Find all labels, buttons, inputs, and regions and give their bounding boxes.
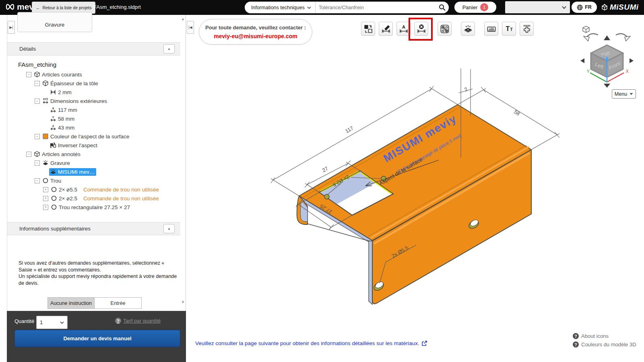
- rotate-left-step-arrow[interactable]: [580, 58, 584, 63]
- misumi-logo: MiSUMi: [601, 3, 639, 12]
- cube-home-icon[interactable]: [583, 26, 589, 33]
- tree-expand-toggle[interactable]: +: [43, 205, 48, 210]
- tab-gravure[interactable]: Gravure: [17, 12, 92, 32]
- tree-item-label: FAsm_etching: [18, 61, 56, 68]
- tree-item[interactable]: MISUMI mev…: [49, 168, 96, 176]
- tree-row: +Trou rectangulaire 27.25 × 27: [7, 203, 178, 212]
- edit-dimension-button[interactable]: [379, 22, 393, 36]
- axis-x-label: X: [626, 69, 629, 74]
- rotate-left-icon[interactable]: [584, 34, 598, 41]
- tree-item[interactable]: Épaisseur de la tôle: [41, 80, 99, 87]
- svg-text:T: T: [510, 27, 512, 32]
- rotate-right-icon[interactable]: [616, 34, 630, 41]
- details-title: Détails: [19, 46, 36, 52]
- view-cube-widget[interactable]: Top Left Front Y X Z: [563, 20, 639, 101]
- tilt-down-arrow[interactable]: [604, 84, 610, 88]
- account-dropdown[interactable]: [505, 1, 570, 13]
- tree-collapse-toggle[interactable]: −: [26, 72, 31, 77]
- cube-icon: [33, 71, 41, 78]
- search-input[interactable]: [316, 5, 435, 10]
- view-menu-button[interactable]: Menu: [612, 89, 636, 99]
- tree-expand-toggle[interactable]: +: [43, 187, 48, 192]
- price-link-label: Tarif par quantité: [123, 318, 161, 324]
- price-by-quantity-link[interactable]: ? Tarif par quantité: [115, 318, 161, 324]
- tree-item[interactable]: Inverser l'aspect: [49, 142, 99, 149]
- etch-icon: [50, 169, 57, 175]
- panel-collapse-button[interactable]: |◀: [187, 21, 194, 34]
- svg-text:6VIEWS: 6VIEWS: [523, 25, 530, 27]
- tree-item[interactable]: Trou: [41, 177, 62, 185]
- language-button[interactable]: FR: [572, 2, 597, 13]
- contact-email-link[interactable]: meviy-eu@misumi-europe.com: [199, 33, 312, 39]
- tree-item[interactable]: X117 mm: [49, 106, 78, 114]
- tree-item[interactable]: 2 mm: [49, 88, 73, 96]
- axis-y-label: Y: [587, 69, 590, 74]
- cart-button[interactable]: Panier 1: [454, 2, 496, 13]
- tree-row: Y58 mm: [7, 114, 178, 123]
- tree-item[interactable]: Y58 mm: [49, 115, 76, 123]
- scroll-down-arrow[interactable]: ▼: [180, 300, 186, 304]
- tree-item[interactable]: 2× ⌀2.5: [50, 195, 78, 202]
- toggle-selected[interactable]: Aucune instruction: [47, 297, 95, 309]
- tree-item-note: Commande de trou non utilisée: [83, 187, 159, 193]
- tree-item-label: MISUMI mev…: [58, 169, 95, 175]
- globe-icon: [577, 4, 583, 10]
- delete-dimension-button[interactable]: [414, 22, 428, 36]
- tree-collapse-toggle[interactable]: −: [35, 134, 40, 139]
- toggle-option[interactable]: Entrée: [95, 297, 142, 309]
- quantity-select[interactable]: 1: [36, 316, 68, 329]
- hole-group-button[interactable]: [438, 22, 452, 36]
- contact-bubble: Pour toute demande, veuillez contacter :…: [199, 19, 312, 45]
- tree-item[interactable]: Couleur de l'aspect de la surface: [41, 133, 130, 140]
- tree-collapse-toggle[interactable]: −: [26, 152, 31, 157]
- hole-icon: [50, 195, 58, 202]
- tree-collapse-toggle[interactable]: −: [35, 178, 40, 183]
- sidebar-collapse-button[interactable]: ▶|: [8, 21, 15, 34]
- svg-text:Y: Y: [52, 115, 54, 119]
- tilt-up-arrow[interactable]: [604, 35, 610, 40]
- swatch-icon: [42, 133, 49, 140]
- top-bar: meviy ← Retour à la liste de projets FAs…: [0, 0, 644, 15]
- tree-item[interactable]: XYZDimensions extérieures: [41, 97, 108, 105]
- cube-icon: [33, 151, 41, 158]
- etching-button[interactable]: A: [461, 22, 475, 36]
- text-size-button[interactable]: TT: [502, 22, 516, 36]
- additional-info-header: Informations supplémentaires ▲: [7, 222, 180, 235]
- materials-link-label: Veuillez consulter la page suivante pour…: [195, 340, 419, 346]
- tree-item[interactable]: Articles annotés: [33, 150, 82, 158]
- additional-info-collapse-button[interactable]: ▲: [163, 224, 175, 233]
- dimz-icon: Z: [50, 124, 57, 131]
- hole-icon: [42, 177, 49, 184]
- search-button[interactable]: [435, 4, 449, 11]
- tree-item[interactable]: 2× ⌀5.5: [50, 186, 78, 193]
- swap-aspect-button[interactable]: [361, 22, 375, 36]
- tree-collapse-toggle[interactable]: −: [35, 160, 40, 166]
- tree-expand-toggle[interactable]: +: [43, 196, 48, 201]
- tree-item[interactable]: Articles courants: [33, 71, 83, 78]
- tree-row: −Épaisseur de la tôle: [7, 79, 178, 88]
- tree-item[interactable]: FAsm_etching: [18, 61, 58, 68]
- tree-item-label: 117 mm: [58, 107, 77, 113]
- additional-info-title: Informations supplémentaires: [19, 226, 91, 232]
- search-category-select[interactable]: Informations techniques: [245, 5, 315, 10]
- tree-item[interactable]: Z43 mm: [49, 124, 76, 132]
- question-icon: ?: [115, 318, 121, 324]
- tree-collapse-toggle[interactable]: −: [35, 81, 40, 86]
- measure-123-button[interactable]: 123: [484, 22, 498, 36]
- materials-info-link[interactable]: Veuillez consulter la page suivante pour…: [195, 340, 427, 346]
- svg-text:58: 58: [513, 109, 521, 117]
- help-link[interactable]: ?Couleurs du modèle 3D: [573, 340, 636, 349]
- tree-item[interactable]: Trou rectangulaire 27.25 × 27: [50, 204, 131, 211]
- six-views-button[interactable]: 6VIEWS: [520, 22, 534, 36]
- tree-collapse-toggle[interactable]: −: [35, 99, 40, 104]
- tree-item[interactable]: Gravure: [41, 159, 71, 167]
- viewport-3d[interactable]: MISUMI meviy [Taille de marquage de pièc…: [186, 15, 644, 362]
- help-link[interactable]: ?About icons: [573, 332, 636, 340]
- details-collapse-button[interactable]: ▲: [163, 44, 175, 53]
- rotate-right-step-arrow[interactable]: [630, 58, 634, 63]
- request-manual-quote-button[interactable]: Demander un devis manuel: [14, 330, 180, 347]
- scroll-up-arrow[interactable]: ▲: [180, 17, 186, 21]
- svg-text:A: A: [467, 28, 469, 31]
- chevron-down-icon: [307, 6, 311, 9]
- hole-icon: [50, 186, 58, 193]
